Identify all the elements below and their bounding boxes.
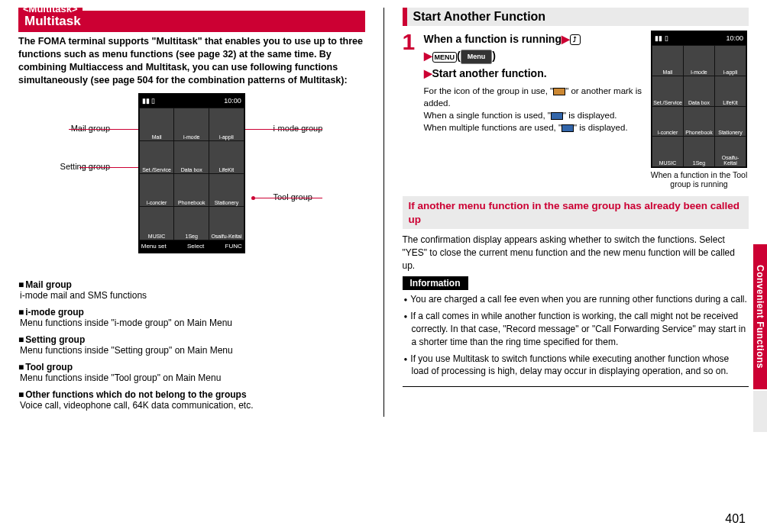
sub-heading: If another menu function in the same gro…: [403, 196, 749, 229]
clock-text: 10:00: [224, 97, 241, 105]
menu-cell: Osaifu-Keitai: [209, 207, 244, 239]
arrow-icon: ▶: [561, 33, 570, 45]
example-phone: ▮▮ ▯ 10:00 Mail i-mode i-appli Set./Serv…: [649, 31, 749, 189]
menu-cell: Mail: [140, 108, 174, 140]
menu-cell: Set./Service: [652, 76, 683, 106]
clock-text: 10:00: [726, 34, 743, 42]
arrow-icon: ▶: [424, 67, 432, 79]
sub-paragraph: The confirmation display appears asking …: [403, 234, 749, 272]
softkey-left: Menu set: [141, 243, 167, 250]
lead-line: [79, 167, 145, 168]
menu-cell: Mail: [652, 46, 683, 76]
menu-cell: MUSIC: [652, 137, 683, 166]
group-item: Setting group Menu functions inside "Set…: [18, 334, 365, 356]
group-title: Other functions which do not belong to t…: [18, 389, 365, 400]
signal-icon: ▮▮ ▯: [142, 97, 156, 105]
group-desc: Menu functions inside "Setting group" on…: [20, 345, 365, 356]
label-setting-group: Setting group: [18, 162, 110, 171]
group-desc: Menu functions inside "Tool group" on Ma…: [20, 372, 365, 383]
label-imode-group: i-mode group: [273, 124, 365, 133]
group-title: i-mode group: [18, 307, 365, 318]
menu-cell: Stationery: [715, 107, 746, 137]
softkey-center: Select: [187, 243, 204, 250]
menu-cell: i-appli: [715, 46, 746, 76]
information-label: Information: [403, 276, 468, 290]
step-number: 1: [403, 31, 418, 134]
group-item: i-mode group Menu functions inside "i-mo…: [18, 307, 365, 328]
lead-line: [238, 129, 322, 130]
signal-icon: ▮▮ ▯: [655, 34, 668, 42]
arrow-icon: ▶: [424, 50, 432, 62]
menu-key-icon: MENU: [432, 52, 458, 63]
group-title: Setting group: [18, 334, 365, 345]
step-title: When a function is running▶⤴ ▶MENU(Menu)…: [424, 31, 644, 82]
group-item: Other functions which do not belong to t…: [18, 389, 365, 411]
group-desc: Voice call, videophone call, 64K data co…: [20, 400, 365, 411]
lead-line: [254, 198, 322, 198]
info-item: You are charged a call fee even when you…: [403, 293, 749, 306]
phone-screen: ▮▮ ▯ 10:00 Mail i-mode i-appli Set./Serv…: [138, 93, 245, 253]
info-item: If you use Multitask to switch functions…: [403, 353, 749, 379]
menu-cell: i-mode: [174, 108, 209, 140]
multi-key-icon: ⤴: [570, 34, 581, 45]
menu-cell: 1Seg: [174, 207, 209, 239]
softkey-right: FUNC: [225, 243, 242, 250]
menu-cell: i-appli: [209, 108, 244, 140]
lead-line: [69, 129, 145, 130]
menu-cell: i-mode: [684, 46, 714, 76]
menu-cell: Data box: [684, 76, 714, 106]
lead-dot: [251, 196, 255, 200]
phone-caption: When a function in the Tool group is run…: [649, 170, 749, 189]
single-task-icon: [551, 112, 563, 120]
group-mark-icon: [553, 88, 565, 95]
menu-cell: Phonebook: [684, 107, 714, 137]
phone-diagram: Mail group Setting group i-mode group To…: [18, 93, 365, 269]
menu-cell: Set./Service: [140, 141, 174, 173]
info-item: If a call comes in while another functio…: [403, 310, 749, 348]
side-tab-extension: [753, 391, 767, 432]
group-desc: Menu functions inside "i-mode group" on …: [20, 318, 365, 328]
intro-text: The FOMA terminal supports "Multitask" t…: [18, 35, 365, 87]
column-divider: [384, 8, 384, 417]
menu-cell: Stationery: [209, 174, 244, 206]
group-item: Tool group Menu functions inside "Tool g…: [18, 362, 365, 383]
main-heading: Multitask: [18, 11, 365, 32]
menu-button-graphic: Menu: [461, 50, 493, 63]
label-mail-group: Mail group: [18, 124, 110, 133]
menu-cell: i-concier: [140, 174, 174, 206]
menu-cell: MUSIC: [140, 207, 174, 239]
label-tool-group: Tool group: [273, 192, 365, 202]
menu-cell: Phonebook: [174, 174, 209, 206]
menu-cell: LifeKit: [209, 141, 244, 173]
multi-task-icon: [561, 124, 574, 132]
step: 1 When a function is running▶⤴ ▶MENU(Men…: [403, 31, 644, 134]
group-title: Mail group: [18, 279, 365, 290]
step-description: For the icon of the group in use, "" or …: [424, 85, 644, 134]
menu-cell: i-concier: [652, 107, 683, 137]
group-item: Mail group i-mode mail and SMS functions: [18, 279, 365, 301]
phone-screen: ▮▮ ▯ 10:00 Mail i-mode i-appli Set./Serv…: [651, 31, 747, 168]
menu-cell: Osaifu-Keitai: [715, 137, 746, 166]
information-box: Information You are charged a call fee e…: [403, 276, 749, 387]
group-title: Tool group: [18, 362, 365, 372]
menu-cell: Data box: [174, 141, 209, 173]
feature-tag: <Multitask>: [18, 8, 83, 11]
side-tab: Convenient Functions: [753, 244, 767, 389]
menu-cell: 1Seg: [684, 137, 714, 166]
page-number: 401: [725, 512, 746, 526]
section-heading: Start Another Function: [403, 8, 749, 26]
group-desc: i-mode mail and SMS functions: [20, 290, 365, 301]
menu-cell: LifeKit: [715, 76, 746, 106]
